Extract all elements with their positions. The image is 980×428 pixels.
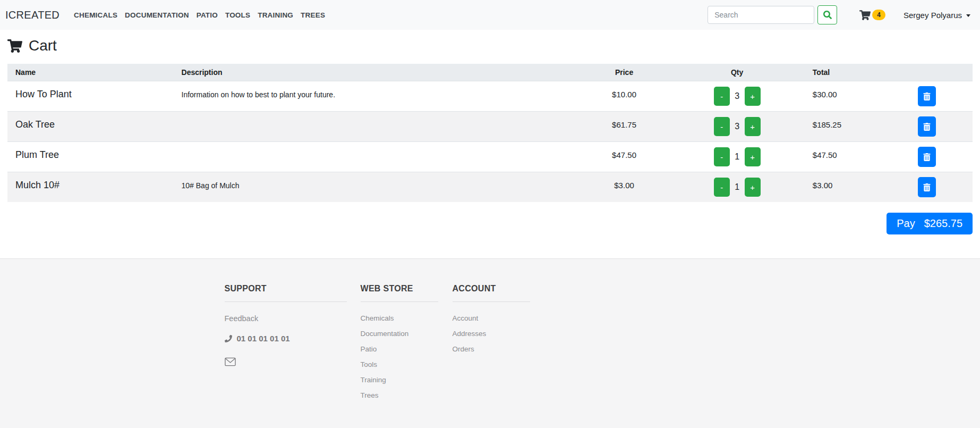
support-phone: 01 01 01 01 01 [225, 334, 347, 343]
feedback-link[interactable]: Feedback [225, 314, 347, 323]
item-name: How To Plant [7, 81, 174, 112]
pay-button[interactable]: Pay $265.75 [887, 213, 973, 234]
item-description: 10# Bag of Mulch [174, 172, 579, 203]
nav-item-chemicals[interactable]: CHEMICALS [70, 8, 121, 22]
qty-decrease-button[interactable]: - [714, 147, 730, 166]
cart-title-icon [7, 39, 22, 53]
nav-item-tools[interactable]: TOOLS [221, 8, 254, 22]
item-name: Mulch 10# [7, 172, 174, 203]
col-header-total: Total [805, 64, 881, 81]
qty-decrease-button[interactable]: - [714, 87, 730, 106]
user-dropdown[interactable]: Sergey Polyarus [904, 11, 970, 20]
qty-value: 3 [735, 91, 740, 101]
navbar-cart-link[interactable]: 4 [859, 10, 885, 20]
col-header-actions [881, 64, 973, 81]
chevron-down-icon [966, 14, 970, 17]
cart-table: Name Description Price Qty Total How To … [7, 64, 973, 202]
footer-link-account[interactable]: Account [453, 314, 530, 322]
email-link[interactable] [225, 357, 236, 366]
footer-link-addresses[interactable]: Addresses [453, 330, 530, 338]
item-description [174, 142, 579, 172]
main-content: Cart Name Description Price Qty Total Ho… [0, 37, 980, 234]
cart-row: How To Plant Information on how to best … [7, 81, 973, 112]
nav-item-documentation[interactable]: DOCUMENTATION [121, 8, 193, 22]
col-header-description: Description [174, 64, 579, 81]
search-icon [823, 11, 832, 19]
top-navbar: ICREATED CHEMICALS DOCUMENTATION PATIO T… [0, 0, 980, 30]
item-price: $10.00 [579, 81, 670, 112]
qty-increase-button[interactable]: + [745, 178, 761, 197]
qty-decrease-button[interactable]: - [714, 178, 730, 197]
footer-account-column: ACCOUNT Account Addresses Orders [453, 284, 530, 407]
item-description: Information on how to best to plant your… [174, 81, 579, 112]
trash-icon [923, 123, 931, 131]
delete-item-button[interactable] [918, 116, 936, 137]
divider [453, 301, 530, 302]
trash-icon [923, 183, 931, 191]
trash-icon [923, 153, 931, 161]
divider [225, 301, 347, 302]
item-name: Plum Tree [7, 142, 174, 172]
search-button[interactable] [817, 5, 837, 24]
brand-logo[interactable]: ICREATED [5, 9, 59, 21]
qty-increase-button[interactable]: + [745, 117, 761, 136]
phone-number: 01 01 01 01 01 [237, 334, 290, 343]
qty-value: 1 [735, 152, 740, 162]
cart-row: Mulch 10# 10# Bag of Mulch $3.00 - 1 + $… [7, 172, 973, 203]
qty-value: 1 [735, 182, 740, 192]
item-name: Oak Tree [7, 112, 174, 142]
main-nav: CHEMICALS DOCUMENTATION PATIO TOOLS TRAI… [70, 8, 329, 22]
search-input[interactable] [708, 6, 814, 24]
footer-link-orders[interactable]: Orders [453, 345, 530, 353]
pay-amount: $265.75 [924, 217, 962, 230]
cart-row: Oak Tree $61.75 - 3 + $185.25 [7, 112, 973, 142]
page-title-text: Cart [29, 37, 57, 54]
item-price: $47.50 [579, 142, 670, 172]
item-price: $3.00 [579, 172, 670, 203]
footer-link-chemicals[interactable]: Chemicals [361, 314, 438, 322]
footer-support-column: SUPPORT Feedback 01 01 01 01 01 [225, 284, 347, 407]
envelope-icon [225, 357, 236, 366]
item-price: $61.75 [579, 112, 670, 142]
qty-increase-button[interactable]: + [745, 147, 761, 166]
phone-icon [225, 335, 237, 342]
page-title: Cart [7, 37, 973, 54]
item-total: $3.00 [805, 172, 881, 203]
cart-count-badge: 4 [872, 10, 885, 20]
qty-value: 3 [735, 122, 740, 131]
page-footer: SUPPORT Feedback 01 01 01 01 01 WEB STOR… [0, 258, 980, 428]
nav-item-trees[interactable]: TREES [297, 8, 329, 22]
footer-link-tools[interactable]: Tools [361, 360, 438, 368]
footer-link-training[interactable]: Training [361, 376, 438, 384]
trash-icon [923, 93, 931, 100]
footer-account-title: ACCOUNT [453, 284, 530, 293]
footer-webstore-title: WEB STORE [361, 284, 438, 293]
footer-link-trees[interactable]: Trees [361, 391, 438, 399]
item-total: $47.50 [805, 142, 881, 172]
col-header-name: Name [7, 64, 174, 81]
footer-support-title: SUPPORT [225, 284, 347, 293]
pay-label: Pay [897, 217, 915, 230]
pay-row: Pay $265.75 [7, 213, 973, 234]
delete-item-button[interactable] [918, 177, 936, 197]
nav-item-patio[interactable]: PATIO [193, 8, 221, 22]
qty-decrease-button[interactable]: - [714, 117, 730, 136]
cart-icon [859, 10, 871, 20]
cart-table-header: Name Description Price Qty Total [7, 64, 973, 81]
delete-item-button[interactable] [918, 86, 936, 106]
item-total: $30.00 [805, 81, 881, 112]
user-name: Sergey Polyarus [904, 11, 962, 20]
qty-increase-button[interactable]: + [745, 87, 761, 106]
nav-item-training[interactable]: TRAINING [254, 8, 297, 22]
cart-row: Plum Tree $47.50 - 1 + $47.50 [7, 142, 973, 172]
item-description [174, 112, 579, 142]
col-header-price: Price [579, 64, 670, 81]
divider [361, 301, 438, 302]
search-form [708, 5, 837, 24]
delete-item-button[interactable] [918, 147, 936, 167]
footer-webstore-column: WEB STORE Chemicals Documentation Patio … [361, 284, 438, 407]
col-header-qty: Qty [669, 64, 804, 81]
footer-link-patio[interactable]: Patio [361, 345, 438, 353]
item-total: $185.25 [805, 112, 881, 142]
footer-link-documentation[interactable]: Documentation [361, 330, 438, 338]
